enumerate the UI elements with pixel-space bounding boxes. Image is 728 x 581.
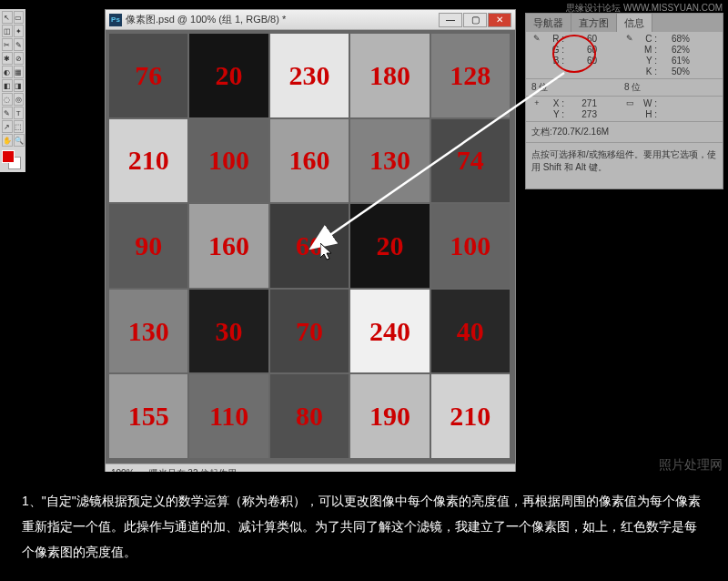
document-size: 文档:720.7K/2.16M [526,122,723,143]
window-titlebar[interactable]: Ps 像素图.psd @ 100% (组 1, RGB/8) * — ▢ ✕ [106,10,515,30]
b-value: 60 [568,56,597,66]
m-value: 62% [661,45,690,55]
pixel-cell: 160 [270,119,349,203]
m-label: M : [641,45,657,55]
c-value: 68% [661,34,690,44]
x-label: X : [548,98,564,108]
pixel-cell: 100 [431,204,510,288]
gradient-tool[interactable]: ◨ [14,79,25,92]
pixel-cell: 128 [431,34,510,117]
healing-tool[interactable]: ✱ [2,52,13,65]
lasso-tool[interactable]: ◫ [2,25,13,37]
pixel-cell: 90 [109,204,187,288]
pixel-cell: 160 [189,204,268,288]
h-value [661,109,690,119]
pixel-cell: 80 [270,374,349,458]
magic-wand-tool[interactable]: ✦ [14,25,25,37]
minimize-button[interactable]: — [439,13,462,27]
g-label: G : [548,45,564,55]
eyedropper-icon: ✎ [624,34,635,44]
pixel-cell: 76 [109,34,187,117]
crosshair-icon: + [531,98,542,108]
w-label: W : [641,98,657,108]
b-label: B : [548,56,564,66]
type-tool[interactable]: T [14,107,25,119]
close-button[interactable]: ✕ [488,13,511,27]
tab-histogram[interactable]: 直方图 [571,14,617,32]
g-value: 60 [568,45,597,55]
pixel-cell: 155 [109,374,187,458]
info-panel: 导航器 直方图 信息 ✎R :60 G :60 B :60 ✎C :68% M … [525,13,723,189]
ps-icon: Ps [109,14,122,26]
window-title: 像素图.psd @ 100% (组 1, RGB/8) * [126,13,439,26]
canvas[interactable]: 7620230180128210100160130749016060201001… [106,30,515,464]
history-brush-tool[interactable]: ▦ [14,66,25,78]
shape-tool[interactable]: ⬚ [14,120,25,133]
pixel-cell: 210 [431,374,510,458]
pixel-cell: 20 [189,34,268,117]
panel-tabs: 导航器 直方图 信息 [526,14,723,32]
w-value [661,98,690,108]
y-value: 273 [568,109,597,119]
brush-tool[interactable]: ⊘ [14,52,25,65]
hint-text: 点按可选择和/或拖移组件。要用其它选项，使用 Shift 和 Alt 键。 [526,143,723,189]
dodge-tool[interactable]: ◎ [14,93,25,106]
pixel-cell: 100 [189,119,268,203]
tab-info[interactable]: 信息 [617,14,652,32]
pixel-grid: 7620230180128210100160130749016060201001… [109,34,510,458]
c-label: C : [641,34,657,44]
mode-right: 8 位 [624,81,641,94]
pixel-cell: 210 [109,119,187,203]
r-value: 60 [568,34,597,44]
watermark-top: 思缘设计论坛 WWW.MISSYUAN.COM [566,2,723,15]
pixel-cell: 30 [189,290,268,373]
r-label: R : [548,34,564,44]
pen-tool[interactable]: ✎ [2,107,13,119]
tools-toolbar: ↖▭ ◫✦ ✂✎ ✱⊘ ◐▦ ◧◨ ◌◎ ✎T ↗⬚ ✋🔍 [0,9,25,172]
foreground-color[interactable] [2,150,15,163]
path-tool[interactable]: ↗ [2,120,13,133]
pixel-cell: 180 [350,34,429,117]
pixel-cell: 230 [270,34,349,117]
move-tool[interactable]: ↖ [2,11,13,24]
caption-text: 1、"自定"滤镜根据预定义的数学运算（称为卷积），可以更改图像中每个像素的亮度值… [0,472,728,581]
crop-tool[interactable]: ✂ [2,38,13,51]
y-value: 61% [661,56,690,66]
k-label: K : [641,66,657,76]
pixel-cell: 60 [270,204,349,288]
pixel-cell: 130 [109,290,187,373]
pixel-cell: 110 [189,374,268,458]
zoom-tool[interactable]: 🔍 [14,134,25,147]
pixel-cell: 70 [270,290,349,373]
hand-tool[interactable]: ✋ [2,134,13,147]
pixel-cell: 190 [350,374,429,458]
h-label: H : [641,109,657,119]
k-value: 50% [661,66,690,76]
y-label: Y : [641,56,657,66]
blur-tool[interactable]: ◌ [2,93,13,106]
y-label: Y : [548,109,564,119]
stamp-tool[interactable]: ◐ [2,66,13,78]
tab-navigator[interactable]: 导航器 [526,14,571,32]
eyedropper-icon: ✎ [531,34,542,44]
dimensions-icon: ▭ [624,98,635,108]
mode-left: 8 位 [531,81,548,94]
color-swatches[interactable] [2,150,22,170]
marquee-tool[interactable]: ▭ [14,11,25,24]
eraser-tool[interactable]: ◧ [2,79,13,92]
maximize-button[interactable]: ▢ [463,13,487,27]
pixel-cell: 240 [350,290,429,373]
pixel-cell: 20 [350,204,429,288]
pixel-cell: 40 [431,290,510,373]
eyedropper-tool[interactable]: ✎ [14,38,25,51]
document-window: Ps 像素图.psd @ 100% (组 1, RGB/8) * — ▢ ✕ 7… [105,9,516,483]
x-value: 271 [568,98,597,108]
pixel-cell: 130 [350,119,429,203]
pixel-cell: 74 [431,119,510,203]
